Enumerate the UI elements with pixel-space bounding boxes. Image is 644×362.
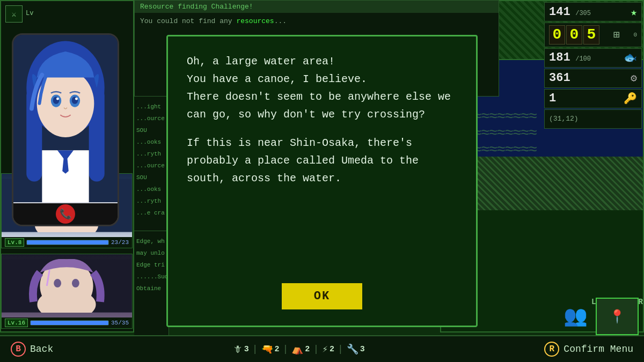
nav-r-label: R xyxy=(639,298,643,306)
keys-stat-row: 1 🔑 xyxy=(544,89,642,108)
location-pin-icon: 📍 xyxy=(609,309,625,324)
score-value: 141 xyxy=(549,5,570,19)
left-character-panel: ⚔ Lv xyxy=(0,0,134,333)
star-icon: ★ xyxy=(631,5,637,19)
r-button-circle: R xyxy=(544,342,559,357)
hp-text-2: 35/35 xyxy=(111,320,129,326)
svg-point-22 xyxy=(72,279,79,287)
hp-text-1: 23/23 xyxy=(111,239,129,246)
confirm-menu-label: Confirm Menu xyxy=(564,344,633,354)
phone-bottom: 📞 xyxy=(13,203,118,225)
inv-count-1: 3 xyxy=(244,345,249,354)
sword-icon: 🗡 xyxy=(233,344,243,355)
bottom-bar: B Back 🗡 3 | 🔫 2 | ⛺ 2 | ⚡ 2 | 🔧 3 R Con… xyxy=(0,335,644,362)
call-end-button[interactable]: 📞 xyxy=(56,204,75,224)
key-icon: 🔑 xyxy=(624,92,637,105)
party-icon: 👥 xyxy=(564,305,588,328)
nav-l-label: L xyxy=(591,298,596,306)
dialog-paragraph-2: If this is near Shin-Osaka, there's prob… xyxy=(187,134,457,187)
keys-value: 1 xyxy=(549,92,556,105)
bottom-right-icons: 👥 L R 📍 xyxy=(564,298,639,335)
digit-sub: 0 xyxy=(633,32,637,38)
hp-bar-2 xyxy=(31,321,108,325)
tools-stat-row: 361 ⚙ xyxy=(544,69,642,88)
coordinates: (31,12) xyxy=(549,115,579,123)
map-nav-inner: 📍 xyxy=(597,299,638,334)
inv-count-5: 3 xyxy=(360,345,365,354)
inventory-item-3: ⛺ 2 xyxy=(291,343,310,355)
log-header: Resource finding Challenge! xyxy=(135,1,499,13)
char-face-2 xyxy=(2,254,132,317)
inventory-item-1: 🗡 3 xyxy=(233,344,249,355)
extra-log-panel: Edge, whmay unloEdge tri......SucObtaine xyxy=(134,231,169,335)
left-icon-row: ⚔ Lv xyxy=(5,5,33,23)
digit-display: 0 0 5 xyxy=(549,25,599,45)
char-level-row-1: Lv.8 23/23 xyxy=(2,237,132,248)
fish-icon: 🐟 xyxy=(624,51,637,64)
food-stat-row: 181 /100 🐟 xyxy=(544,48,642,68)
tent-icon: ⛺ xyxy=(291,343,303,355)
dialog-paragraph-1: Oh, a large water area!You have a canoe,… xyxy=(187,53,457,123)
inventory-row: 🗡 3 | 🔫 2 | ⛺ 2 | ⚡ 2 | 🔧 3 xyxy=(233,343,365,355)
inv-divider-2: | xyxy=(283,344,289,354)
svg-point-10 xyxy=(75,98,78,100)
back-button[interactable]: B Back xyxy=(11,342,53,357)
svg-point-21 xyxy=(54,279,61,287)
hp-bar-container-2 xyxy=(30,320,109,326)
coordinates-row: (31,12) xyxy=(544,109,642,129)
inv-count-4: 2 xyxy=(330,345,334,354)
svg-point-9 xyxy=(56,98,59,100)
digit-0: 0 xyxy=(549,25,565,45)
confirm-menu-button[interactable]: R Confirm Menu xyxy=(544,342,633,357)
ammo-icon: 🔫 xyxy=(261,343,273,355)
gear-icon: ⚙ xyxy=(631,71,637,85)
tools-value: 361 xyxy=(549,71,570,85)
secondary-log-text: ...ight...ourceSOU...ooks...ryth...ource… xyxy=(134,97,169,223)
score-stat-row: 141 /305 ★ xyxy=(544,2,642,21)
hp-bar-1 xyxy=(27,240,108,245)
inventory-item-2: 🔫 2 xyxy=(261,343,280,355)
inv-count-2: 2 xyxy=(275,345,280,354)
char-level-row-2: Lv.16 35/35 xyxy=(2,317,132,328)
inv-divider-3: | xyxy=(313,344,319,354)
lv-badge-1: Lv.8 xyxy=(5,238,24,247)
lv-indicator-top: Lv xyxy=(26,5,33,23)
digit-1: 0 xyxy=(566,25,582,45)
right-stats-panel: 141 /305 ★ 0 0 5 ⊞ 0 181 /100 🐟 361 ⚙ 1 … xyxy=(542,0,644,215)
inventory-item-5: 🔧 3 xyxy=(347,343,365,355)
back-label: Back xyxy=(30,344,53,354)
phone-container: 📞 xyxy=(12,33,119,226)
log-line-1: You could not find any resources... xyxy=(140,16,493,27)
log-content: You could not find any resources... xyxy=(135,13,499,31)
small-icon-1: ⚔ xyxy=(5,5,23,23)
hp-bar-container-1 xyxy=(26,240,109,245)
character-portrait-svg xyxy=(13,35,118,203)
phone-screen xyxy=(13,35,118,203)
b-button-circle: B xyxy=(11,342,26,357)
tool-icon: 🔧 xyxy=(347,343,358,355)
food-max: /100 xyxy=(575,55,591,63)
battery-icon: ⚡ xyxy=(322,343,328,355)
inv-divider-1: | xyxy=(252,344,258,354)
digit-display-row: 0 0 5 ⊞ 0 xyxy=(544,23,642,47)
inv-count-3: 2 xyxy=(305,345,310,354)
food-value: 181 xyxy=(549,51,570,64)
lv-badge-2: Lv.16 xyxy=(5,319,28,327)
extra-log-text: Edge, whmay unloEdge tri......SucObtaine xyxy=(134,231,169,299)
dialog-box: Oh, a large water area!You have a canoe,… xyxy=(166,35,478,327)
digit-2: 5 xyxy=(583,25,599,45)
ok-button[interactable]: OK xyxy=(282,283,362,309)
log-highlight-resources: resources xyxy=(236,17,274,25)
score-max: /305 xyxy=(575,10,591,17)
grid-icon: ⊞ xyxy=(613,28,620,41)
inv-divider-4: | xyxy=(338,344,343,354)
character-portrait-2: Lv.16 35/35 xyxy=(1,254,133,329)
map-navigation-icon[interactable]: L R 📍 xyxy=(596,298,639,335)
inventory-item-4: ⚡ 2 xyxy=(322,343,334,355)
dialog-text: Oh, a large water area!You have a canoe,… xyxy=(187,53,457,278)
